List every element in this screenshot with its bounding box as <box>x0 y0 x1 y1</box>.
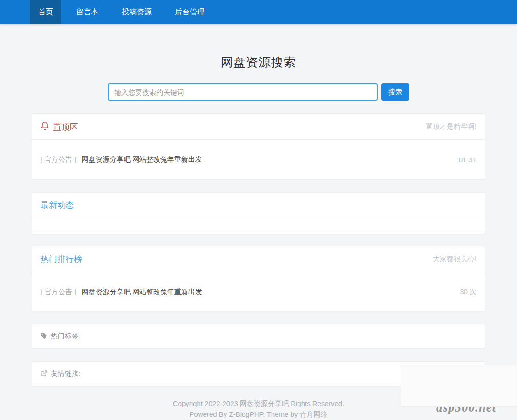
search-button[interactable]: 搜索 <box>381 83 409 101</box>
hot-tags-label: 热门标签: <box>51 332 80 341</box>
watermark-overlay-box <box>401 365 517 407</box>
hot-section-meta: 大家都很关心! <box>433 255 477 263</box>
nav-item-home[interactable]: 首页 <box>30 0 61 24</box>
friend-links-label: 友情链接: <box>51 369 80 378</box>
post-view-count: 30 次 <box>460 288 477 296</box>
search-input[interactable] <box>108 83 378 101</box>
search-bar: 搜索 <box>32 83 485 101</box>
post-category: [ 官方公告 ] <box>40 288 76 296</box>
sticky-list-item: [ 官方公告 ] 网盘资源分享吧 网站整改兔年重新出发 01-31 <box>32 140 485 179</box>
sticky-section-title: 置顶区 <box>53 121 78 132</box>
sticky-section-meta: 置顶才是精华啊! <box>426 122 477 131</box>
hot-tags-card: 热门标签: <box>32 324 485 348</box>
post-category: [ 官方公告 ] <box>40 155 76 164</box>
tag-icon <box>40 332 47 341</box>
post-title-link[interactable]: 网盘资源分享吧 网站整改兔年重新出发 <box>82 155 202 164</box>
nav-item-submit-resource[interactable]: 投稿资源 <box>113 0 160 24</box>
post-date: 01-31 <box>459 156 477 164</box>
latest-section-card: 最新动态 <box>32 192 485 234</box>
hot-section-card: 热门排行榜 大家都很关心! [ 官方公告 ] 网盘资源分享吧 网站整改兔年重新出… <box>32 246 485 312</box>
nav-item-guestbook[interactable]: 留言本 <box>68 0 107 24</box>
post-title-link[interactable]: 网盘资源分享吧 网站整改兔年重新出发 <box>82 288 202 296</box>
external-link-icon <box>40 370 47 378</box>
latest-section-title: 最新动态 <box>40 199 74 210</box>
footer-powered-by: Powered By Z-BlogPHP. Theme by 青舟网络 <box>32 409 485 420</box>
top-navbar: 首页 留言本 投稿资源 后台管理 <box>0 0 517 24</box>
hot-section-title: 热门排行榜 <box>40 254 82 265</box>
sticky-section-card: 置顶区 置顶才是精华啊! [ 官方公告 ] 网盘资源分享吧 网站整改兔年重新出发… <box>32 113 485 179</box>
bell-icon <box>40 121 49 133</box>
hot-list-item: [ 官方公告 ] 网盘资源分享吧 网站整改兔年重新出发 30 次 <box>32 272 485 311</box>
latest-empty-row <box>32 217 485 234</box>
nav-item-admin[interactable]: 后台管理 <box>166 0 213 24</box>
hot-section-header: 热门排行榜 大家都很关心! <box>32 246 485 272</box>
latest-section-header: 最新动态 <box>32 193 485 217</box>
page-title: 网盘资源搜索 <box>32 54 485 71</box>
sticky-section-header: 置顶区 置顶才是精华啊! <box>32 114 485 140</box>
